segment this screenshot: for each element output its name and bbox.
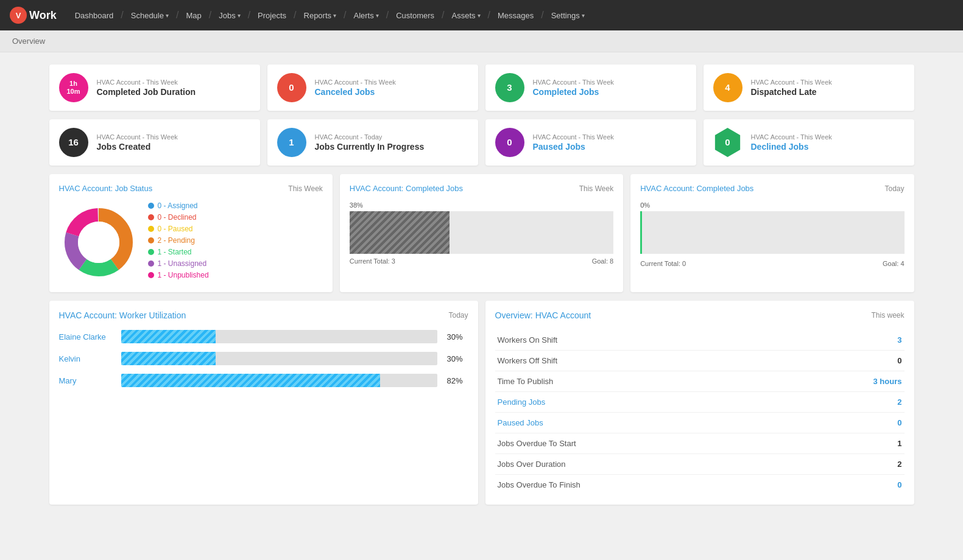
worker-util-header: HVAC Account: Worker Utilization Today [59, 310, 468, 320]
stat-label[interactable]: Paused Jobs [533, 142, 686, 152]
stat-card[interactable]: 3HVAC Account - This WeekCompleted Jobs [485, 65, 696, 111]
stat-label[interactable]: Declined Jobs [751, 142, 905, 152]
completed-jobs-today-pct: 0% [640, 201, 904, 209]
donut-container: 0 - Assigned0 - Declined0 - Paused2 - Pe… [59, 201, 323, 282]
job-status-title: HVAC Account: Job Status [59, 184, 153, 193]
stat-label: Jobs Created [97, 142, 250, 152]
stat-card[interactable]: 1h 10mHVAC Account - This WeekCompleted … [49, 65, 260, 111]
overview-row-label: Jobs Overdue To Start [495, 433, 792, 454]
overview-row: Paused Jobs0 [495, 413, 905, 433]
worker-bar-fill [121, 330, 216, 343]
nav-item-alerts[interactable]: Alerts▾ [348, 0, 385, 30]
nav-arrow-icon: ▾ [238, 12, 241, 19]
worker-bar-track [121, 330, 437, 343]
stat-label: Jobs Currently In Progress [315, 142, 468, 152]
nav-item-jobs[interactable]: Jobs▾ [213, 0, 246, 30]
stat-card[interactable]: 16HVAC Account - This WeekJobs Created [49, 119, 260, 166]
overview-row-value: 1 [791, 433, 904, 454]
nav-item-customers[interactable]: Customers [390, 0, 440, 30]
stat-info: HVAC Account - This WeekDispatched Late [751, 79, 905, 97]
completed-jobs-today-header: HVAC Account: Completed Jobs Today [640, 184, 904, 193]
stat-label: Dispatched Late [751, 87, 905, 97]
completed-jobs-week-header: HVAC Account: Completed Jobs This Week [350, 184, 613, 193]
stat-badge: 0 [713, 128, 743, 157]
stat-badge: 1h 10m [59, 73, 88, 102]
nav-item-settings[interactable]: Settings▾ [545, 0, 591, 30]
nav-item-reports[interactable]: Reports▾ [298, 0, 343, 30]
completed-jobs-today-title: HVAC Account: Completed Jobs [640, 184, 753, 193]
goal-week: Goal: 8 [592, 257, 613, 265]
nav-arrow-icon: ▾ [478, 12, 481, 19]
completed-jobs-week-footer: Current Total: 3 Goal: 8 [350, 257, 613, 265]
stat-card[interactable]: 0HVAC Account - This WeekDeclined Jobs [704, 119, 914, 166]
current-total-week: Current Total: 3 [350, 257, 395, 265]
stat-card[interactable]: 0HVAC Account - This WeekPaused Jobs [485, 119, 696, 166]
nav-arrow-icon: ▾ [582, 12, 585, 19]
worker-pct-label: 82% [447, 376, 468, 385]
donut-svg [59, 203, 138, 282]
svg-point-5 [78, 222, 119, 263]
overview-row-value: 3 [791, 330, 904, 351]
overview-row: Jobs Overdue To Start1 [495, 433, 905, 454]
completed-jobs-today-chart: HVAC Account: Completed Jobs Today 0% Cu… [630, 174, 914, 292]
overview-row: Workers On Shift3 [495, 330, 905, 351]
worker-name[interactable]: Kelvin [59, 354, 114, 363]
overview-row: Jobs Over Duration2 [495, 454, 905, 475]
stat-subtitle: HVAC Account - This Week [97, 79, 250, 86]
legend-item: 1 - Unassigned [148, 259, 209, 268]
worker-name[interactable]: Mary [59, 376, 114, 385]
stat-label[interactable]: Completed Jobs [533, 87, 686, 97]
nav-item-map[interactable]: Map [180, 0, 207, 30]
legend-item: 0 - Paused [148, 225, 209, 233]
completed-jobs-week-pct: 38% [350, 201, 613, 209]
bottom-row: HVAC Account: Worker Utilization Today E… [49, 301, 914, 505]
stat-info: HVAC Account - This WeekDeclined Jobs [751, 133, 905, 152]
stat-subtitle: HVAC Account - Today [315, 133, 468, 141]
worker-bar-track [121, 374, 437, 387]
stat-subtitle: HVAC Account - This Week [533, 79, 686, 86]
completed-jobs-week-bar-fill [350, 211, 450, 254]
stat-card[interactable]: 0HVAC Account - This WeekCanceled Jobs [267, 65, 478, 111]
stat-badge: 4 [713, 73, 743, 102]
overview-card: Overview: HVAC Account This week Workers… [485, 301, 914, 505]
legend-item: 1 - Started [148, 248, 209, 256]
legend-item: 1 - Unpublished [148, 271, 209, 279]
legend-dot [148, 237, 154, 243]
overview-row: Jobs Overdue To Finish0 [495, 475, 905, 495]
legend-label: 2 - Pending [158, 236, 195, 245]
overview-row-label[interactable]: Pending Jobs [495, 392, 792, 413]
nav-item-dashboard[interactable]: Dashboard [69, 0, 120, 30]
worker-bar-fill [121, 352, 216, 365]
worker-rows: Elaine Clarke30%Kelvin30%Mary82% [59, 330, 468, 387]
stat-badge: 1 [277, 128, 306, 157]
overview-row-label[interactable]: Paused Jobs [495, 413, 792, 433]
brand: V Work [10, 7, 57, 24]
stat-card[interactable]: 4HVAC Account - This WeekDispatched Late [704, 65, 914, 111]
worker-name[interactable]: Elaine Clarke [59, 332, 114, 341]
stat-label: Completed Job Duration [97, 87, 250, 97]
nav-item-messages[interactable]: Messages [492, 0, 540, 30]
worker-pct-label: 30% [447, 354, 468, 363]
stat-badge: 16 [59, 128, 88, 157]
breadcrumb: Overview [0, 30, 963, 52]
stat-info: HVAC Account - This WeekCanceled Jobs [315, 79, 468, 97]
stat-label[interactable]: Canceled Jobs [315, 87, 468, 97]
nav-item-assets[interactable]: Assets▾ [446, 0, 487, 30]
overview-row-value: 2 [791, 392, 904, 413]
job-status-period: This Week [288, 184, 322, 193]
overview-title: Overview: HVAC Account [495, 310, 591, 320]
stats-row-2: 16HVAC Account - This WeekJobs Created1H… [49, 119, 914, 166]
legend-item: 0 - Declined [148, 213, 209, 222]
nav-item-schedule[interactable]: Schedule▾ [125, 0, 175, 30]
legend-label: 0 - Declined [158, 213, 197, 222]
worker-pct-label: 30% [447, 332, 468, 341]
stat-card[interactable]: 1HVAC Account - TodayJobs Currently In P… [267, 119, 478, 166]
worker-bar-track [121, 352, 437, 365]
nav-items: Dashboard/Schedule▾/Map/Jobs▾/Projects/R… [69, 0, 591, 30]
stat-subtitle: HVAC Account - This Week [533, 133, 686, 141]
nav-item-projects[interactable]: Projects [252, 0, 292, 30]
navbar: V Work Dashboard/Schedule▾/Map/Jobs▾/Pro… [0, 0, 963, 30]
brand-logo-text: V [16, 11, 21, 20]
overview-header: Overview: HVAC Account This week [495, 310, 905, 320]
job-status-header: HVAC Account: Job Status This Week [59, 184, 323, 193]
